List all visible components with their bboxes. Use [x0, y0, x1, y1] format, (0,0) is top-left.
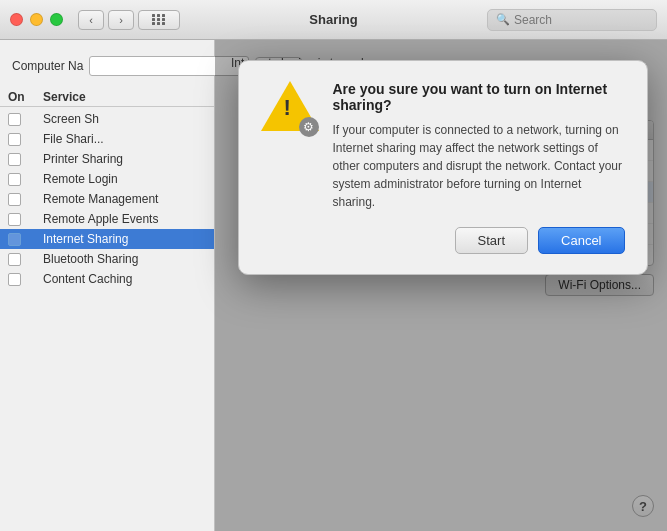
sidebar-item-screen-sharing[interactable]: Screen Sh	[0, 109, 214, 129]
content-caching-label: Content Caching	[43, 272, 214, 286]
traffic-lights	[10, 13, 63, 26]
sidebar-item-remote-login[interactable]: Remote Login	[0, 169, 214, 189]
remote-apple-events-label: Remote Apple Events	[43, 212, 214, 226]
warning-exclaim-icon: !	[284, 95, 291, 121]
sidebar: Computer Na Edit... On Service Screen Sh…	[0, 40, 215, 531]
service-header: On Service	[0, 88, 214, 107]
modal-title: Are you sure you want to turn on Interne…	[333, 81, 625, 113]
sidebar-item-internet-sharing[interactable]: Internet Sharing	[0, 229, 214, 249]
bluetooth-sharing-label: Bluetooth Sharing	[43, 252, 214, 266]
sidebar-item-remote-apple-events[interactable]: Remote Apple Events	[0, 209, 214, 229]
search-icon: 🔍	[496, 13, 510, 26]
sidebar-item-content-caching[interactable]: Content Caching	[0, 269, 214, 289]
main-content: Computer Na Edit... On Service Screen Sh…	[0, 40, 667, 531]
sidebar-item-printer-sharing[interactable]: Printer Sharing	[0, 149, 214, 169]
modal-overlay: ! ⚙ Are you sure you want to turn on Int…	[215, 40, 667, 531]
remote-management-label: Remote Management	[43, 192, 214, 206]
internet-sharing-label: Internet Sharing	[43, 232, 214, 246]
back-button[interactable]: ‹	[78, 10, 104, 30]
content-caching-checkbox[interactable]	[8, 273, 21, 286]
cancel-button[interactable]: Cancel	[538, 227, 624, 254]
screen-sharing-checkbox[interactable]	[8, 113, 21, 126]
warning-icon: ! ⚙	[261, 81, 319, 139]
computer-name-row: Computer Na Edit...	[0, 50, 214, 82]
file-sharing-label: File Shari...	[43, 132, 214, 146]
screen-sharing-label: Screen Sh	[43, 112, 214, 126]
modal-header: ! ⚙ Are you sure you want to turn on Int…	[261, 81, 625, 211]
sidebar-item-file-sharing[interactable]: File Shari...	[0, 129, 214, 149]
gear-badge-icon: ⚙	[299, 117, 319, 137]
forward-button[interactable]: ›	[108, 10, 134, 30]
service-header-service: Service	[43, 90, 214, 104]
remote-login-label: Remote Login	[43, 172, 214, 186]
title-bar: ‹ › Sharing 🔍	[0, 0, 667, 40]
start-button[interactable]: Start	[455, 227, 528, 254]
modal-text-area: Are you sure you want to turn on Interne…	[333, 81, 625, 211]
bluetooth-sharing-checkbox[interactable]	[8, 253, 21, 266]
file-sharing-checkbox[interactable]	[8, 133, 21, 146]
search-bar[interactable]: 🔍	[487, 9, 657, 31]
internet-sharing-checkbox[interactable]	[8, 233, 21, 246]
sidebar-item-bluetooth-sharing[interactable]: Bluetooth Sharing	[0, 249, 214, 269]
printer-sharing-checkbox[interactable]	[8, 153, 21, 166]
remote-management-checkbox[interactable]	[8, 193, 21, 206]
search-input[interactable]	[514, 13, 644, 27]
nav-buttons: ‹ ›	[78, 10, 134, 30]
modal-dialog: ! ⚙ Are you sure you want to turn on Int…	[238, 60, 648, 275]
window-title: Sharing	[309, 12, 357, 27]
computer-name-label: Computer Na	[12, 59, 83, 73]
sidebar-item-remote-management[interactable]: Remote Management	[0, 189, 214, 209]
service-header-on: On	[8, 90, 43, 104]
printer-sharing-label: Printer Sharing	[43, 152, 214, 166]
grid-button[interactable]	[138, 10, 180, 30]
right-panel: Internet sharing is turned on. Share you…	[215, 40, 667, 531]
modal-buttons: Start Cancel	[261, 227, 625, 254]
modal-body: If your computer is connected to a netwo…	[333, 121, 625, 211]
maximize-button[interactable]	[50, 13, 63, 26]
remote-apple-events-checkbox[interactable]	[8, 213, 21, 226]
grid-icon	[152, 14, 166, 25]
minimize-button[interactable]	[30, 13, 43, 26]
remote-login-checkbox[interactable]	[8, 173, 21, 186]
close-button[interactable]	[10, 13, 23, 26]
